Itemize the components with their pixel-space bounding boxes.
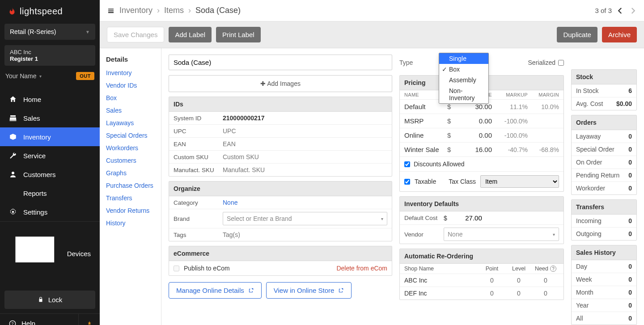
print-label-button[interactable]: Print Label xyxy=(216,27,261,42)
nav-reports[interactable]: Reports xyxy=(0,184,100,203)
subnav-history[interactable]: History xyxy=(100,217,161,229)
content: Details Inventory Vendor IDs Box Sales L… xyxy=(100,48,644,325)
type-option-assembly[interactable]: Assembly xyxy=(439,75,488,85)
upc-input[interactable] xyxy=(223,127,387,135)
manage-online-button[interactable]: Manage Online Details xyxy=(169,282,262,299)
publish-ecom-label: Publish to eCom xyxy=(184,265,230,272)
custom-sku-input[interactable] xyxy=(223,153,387,160)
price-msrp[interactable]: 0.00 xyxy=(479,117,492,125)
user-menu[interactable]: Your Name ▾ xyxy=(5,72,42,80)
subnav-special-orders[interactable]: Special Orders xyxy=(100,129,161,142)
reorder-row-def: DEF Inc000 xyxy=(400,287,564,300)
duplicate-button[interactable]: Duplicate xyxy=(557,27,597,42)
chevron-right-icon: › xyxy=(188,6,191,15)
nav-service[interactable]: Service xyxy=(0,146,100,165)
orders-head: Orders xyxy=(572,115,636,130)
subnav-layaways[interactable]: Layaways xyxy=(100,117,161,129)
nav-home[interactable]: Home xyxy=(0,90,100,109)
type-option-box[interactable]: Box xyxy=(439,64,488,75)
help-link[interactable]: ?Help xyxy=(0,314,78,325)
nav-settings[interactable]: Settings xyxy=(0,203,100,221)
shop-selector[interactable]: Retail (R-Series) ▼ xyxy=(4,24,95,40)
taxable-checkbox[interactable] xyxy=(404,179,410,185)
archive-button[interactable]: Archive xyxy=(602,27,637,42)
subnav-inventory[interactable]: Inventory xyxy=(100,67,161,79)
help-tooltip-icon[interactable]: ? xyxy=(550,266,556,272)
price-row-winter: Winter Sale$16.00-40.7%-68.8% xyxy=(400,143,564,157)
breadcrumb-current: Soda (Case) xyxy=(195,6,241,15)
system-id-value: 210000000217 xyxy=(223,114,387,122)
subnav-customers[interactable]: Customers xyxy=(100,154,161,167)
reorder-def-point[interactable]: 0 xyxy=(479,290,505,297)
delete-from-ecom[interactable]: Delete from eCom xyxy=(336,265,387,272)
pin-button[interactable] xyxy=(78,314,100,325)
subnav-graphs[interactable]: Graphs xyxy=(100,167,161,179)
svg-point-1 xyxy=(12,211,14,213)
manage-online-label: Manage Online Details xyxy=(176,287,244,294)
view-store-label: View in Online Store xyxy=(274,287,335,294)
pager-prev[interactable] xyxy=(616,7,624,15)
default-cost-input[interactable] xyxy=(451,214,482,222)
reorder-abc-level[interactable]: 0 xyxy=(505,277,532,284)
ids-head: IDs xyxy=(169,97,392,112)
logo-flame-icon xyxy=(7,7,17,17)
price-online[interactable]: 0.00 xyxy=(479,131,492,139)
nav-devices-label: Devices xyxy=(67,250,91,257)
view-store-button[interactable]: View in Online Store xyxy=(266,282,352,299)
subnav-sales[interactable]: Sales xyxy=(100,104,161,117)
add-images-label: Add Images xyxy=(267,80,301,87)
nav-customers[interactable]: Customers xyxy=(0,165,100,184)
organize-section: Organize CategoryNone BrandSelect or Ent… xyxy=(169,181,392,241)
price-default[interactable]: 30.00 xyxy=(475,103,492,110)
nav-inventory[interactable]: Inventory xyxy=(0,127,100,146)
upc-label: UPC xyxy=(174,128,218,135)
nav-devices[interactable]: Devices xyxy=(0,221,100,286)
brand-select[interactable]: Select or Enter a Brand▾ xyxy=(223,212,387,225)
manufact-sku-input[interactable] xyxy=(223,166,387,173)
logo-text: lightspeed xyxy=(20,6,63,17)
add-images-button[interactable]: ✚ Add Images xyxy=(169,75,392,92)
manufact-sku-label: Manufact. SKU xyxy=(174,167,218,173)
subnav-head: Details xyxy=(100,52,161,67)
drawer-icon xyxy=(107,7,115,14)
add-label-button[interactable]: Add Label xyxy=(169,27,212,42)
orders-section: Orders Layaway0 Special Order0 On Order0… xyxy=(571,115,637,195)
type-dropdown[interactable]: Single Box Assembly Non-Inventory xyxy=(439,53,489,104)
shop-selector-label: Retail (R-Series) xyxy=(10,28,56,35)
price-row-msrp: MSRP$0.00-100.0% xyxy=(400,114,564,128)
shop-meta[interactable]: ABC Inc Register 1 xyxy=(4,45,95,66)
invdef-head: Inventory Defaults xyxy=(400,197,564,211)
subnav-workorders[interactable]: Workorders xyxy=(100,142,161,154)
subnav-vendor-ids[interactable]: Vendor IDs xyxy=(100,79,161,92)
subnav-box[interactable]: Box xyxy=(100,92,161,104)
tags-input[interactable] xyxy=(223,231,387,238)
price-winter[interactable]: 16.00 xyxy=(475,146,492,153)
serialized-checkbox[interactable] xyxy=(558,60,564,66)
ean-input[interactable] xyxy=(223,140,387,148)
taxclass-select[interactable]: Item xyxy=(480,175,559,188)
publish-ecom-checkbox xyxy=(174,266,179,271)
type-option-single[interactable]: Single xyxy=(439,53,488,64)
subnav-transfers[interactable]: Transfers xyxy=(100,192,161,204)
transfers-section: Transfers Incoming0 Outgoing0 xyxy=(571,199,637,241)
type-option-noninventory[interactable]: Non-Inventory xyxy=(439,85,488,103)
avgcost-value: $0.00 xyxy=(616,100,632,107)
nav-sales[interactable]: Sales xyxy=(0,109,100,127)
action-bar: Save Changes Add Label Print Label Dupli… xyxy=(100,21,644,48)
item-name-input[interactable] xyxy=(169,55,392,70)
ecommerce-section: eCommerce Publish to eCom Delete from eC… xyxy=(169,246,392,276)
subnav-vendor-returns[interactable]: Vendor Returns xyxy=(100,204,161,217)
breadcrumb-items[interactable]: Items xyxy=(164,6,184,15)
main: Inventory › Items › Soda (Case) 3 of 3 S… xyxy=(100,0,644,325)
subnav-purchase-orders[interactable]: Purchase Orders xyxy=(100,179,161,192)
reorder-abc-point[interactable]: 0 xyxy=(479,277,505,284)
category-value[interactable]: None xyxy=(223,199,237,206)
user-icon xyxy=(9,170,17,178)
reorder-def-level[interactable]: 0 xyxy=(505,290,532,297)
lock-button[interactable]: Lock xyxy=(4,291,95,309)
vendor-select[interactable]: None▾ xyxy=(444,228,559,241)
discounts-checkbox[interactable] xyxy=(404,161,410,167)
col-middle: Type Single Box Assembly Non-Inventory S… xyxy=(399,55,564,325)
breadcrumb-inventory[interactable]: Inventory xyxy=(119,6,153,15)
clock-out-badge[interactable]: OUT xyxy=(76,72,94,80)
